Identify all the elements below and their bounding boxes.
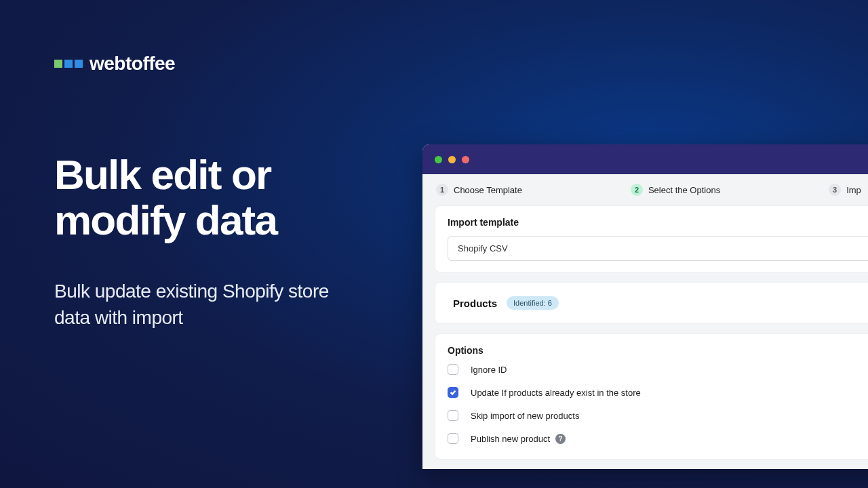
wizard-step-import[interactable]: 3 Imp: [829, 184, 861, 196]
checkbox-ignore-id[interactable]: [448, 364, 458, 375]
traffic-light-zoom-icon[interactable]: [462, 156, 469, 163]
option-label: Ignore ID: [471, 365, 507, 375]
brand-name: webtoffee: [90, 53, 175, 75]
import-template-select[interactable]: Shopify CSV: [448, 236, 868, 261]
import-template-card: Import template Shopify CSV: [435, 205, 868, 272]
checkbox-publish-new[interactable]: [448, 433, 458, 444]
option-label: Publish new product ?: [471, 434, 566, 444]
window-titlebar: [422, 144, 868, 174]
options-card: Options Ignore ID Update If products alr…: [435, 333, 868, 460]
brand-logo: webtoffee: [54, 53, 175, 75]
wizard-steps: 1 Choose Template 2 Select the Options 3…: [422, 174, 868, 205]
page-subtitle: Bulk update existing Shopify store data …: [54, 278, 339, 331]
wizard-step-choose-template[interactable]: 1 Choose Template: [436, 184, 522, 196]
option-publish-new: Publish new product ?: [448, 433, 868, 444]
traffic-light-close-icon[interactable]: [435, 156, 442, 163]
app-window: 1 Choose Template 2 Select the Options 3…: [422, 144, 868, 469]
step-number-badge: 2: [631, 184, 643, 196]
checkbox-update-existing[interactable]: [448, 387, 458, 398]
wizard-step-select-options[interactable]: 2 Select the Options: [631, 184, 720, 196]
option-skip-new: Skip import of new products: [448, 410, 868, 421]
select-value: Shopify CSV: [458, 243, 508, 253]
step-label: Select the Options: [648, 185, 720, 195]
traffic-light-minimize-icon[interactable]: [448, 156, 456, 163]
card-title: Options: [448, 345, 868, 356]
step-label: Imp: [846, 185, 861, 195]
card-title: Import template: [448, 217, 868, 228]
check-icon: [450, 389, 456, 396]
options-list: Ignore ID Update If products already exi…: [448, 364, 868, 444]
option-update-existing: Update If products already exist in the …: [448, 387, 868, 398]
option-label: Update If products already exist in the …: [471, 388, 641, 398]
step-number-badge: 3: [829, 184, 841, 196]
page-title: Bulk edit or modify data: [54, 152, 373, 243]
card-title: Products: [453, 298, 497, 309]
checkbox-skip-new[interactable]: [448, 410, 458, 421]
option-ignore-id: Ignore ID: [448, 364, 868, 375]
products-summary-card: Products Identified: 6: [435, 282, 868, 324]
step-number-badge: 1: [436, 184, 448, 196]
identified-count-badge: Identified: 6: [507, 296, 559, 310]
option-label: Skip import of new products: [471, 411, 579, 421]
help-icon[interactable]: ?: [555, 434, 566, 444]
logo-mark-icon: [54, 60, 83, 68]
step-label: Choose Template: [454, 185, 522, 195]
